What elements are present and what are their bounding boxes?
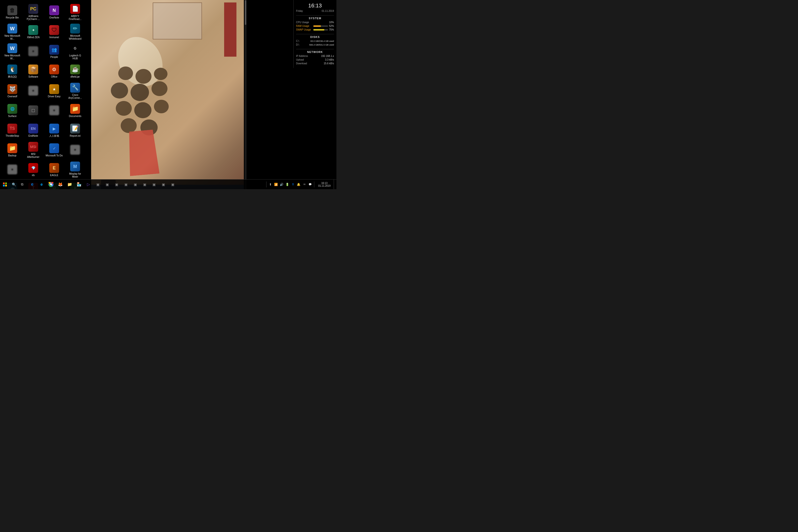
taskbar-app-edge[interactable]: e: [28, 180, 37, 189]
widget-network-section: NETWORK IP Address 192.168.1.x Upload 3.…: [293, 48, 337, 67]
icon-throttlestop[interactable]: TS ThrottleStop: [2, 121, 22, 140]
icon-blurry4[interactable]: ▪: [65, 140, 85, 160]
backup-icon: 📁: [7, 143, 17, 153]
taskbar-app-firefox[interactable]: 🦊: [56, 180, 65, 189]
tray-icon-notification[interactable]: 🔔: [296, 182, 301, 187]
icon-mixplay[interactable]: M Mixplay for Mixer: [65, 160, 85, 180]
wallpaper-scrollbar[interactable]: [245, 0, 247, 189]
icon-xmind-zen[interactable]: ✦ XMind ZEN: [23, 22, 43, 42]
icon-label-immunet: Immunet: [50, 36, 59, 39]
icon-irb[interactable]: 💎 irb: [23, 160, 43, 180]
icon-blurry5[interactable]: ▪: [2, 160, 22, 180]
icon-blurry3[interactable]: ▪: [44, 101, 64, 121]
icon-ms-todo[interactable]: ✓ Microsoft To Do: [44, 140, 64, 160]
icon-software[interactable]: 📦 Software: [23, 61, 43, 81]
icon-overwolf[interactable]: 🐺 Overwolf: [2, 81, 22, 101]
icon-qq[interactable]: 🐧 腾讯QQ: [2, 61, 22, 81]
taskbar-app-7[interactable]: ▣: [150, 180, 158, 189]
ms-todo-icon: ✓: [49, 143, 59, 153]
overwolf-icon: 🐺: [7, 84, 17, 94]
taskbar-app-5[interactable]: ▣: [131, 180, 140, 189]
taskbar-app-file-explorer[interactable]: 📁: [65, 180, 74, 189]
tray-icon-msg[interactable]: ✉: [302, 182, 307, 187]
icon-surface[interactable]: □: [23, 101, 43, 121]
taskbar-app-8[interactable]: ▣: [159, 180, 168, 189]
icon-renren-video[interactable]: ▶ 人人影视: [44, 121, 64, 140]
widget-ram-label[interactable]: RAM Usage: [296, 25, 309, 27]
widget-system-section: SYSTEM CPU Usage 10% RAM Usage 52% SWAP …: [293, 14, 337, 33]
widget-upload-label: Upload: [296, 58, 304, 61]
tray-icon-bluetooth[interactable]: B: [291, 182, 296, 187]
widget-c-drive-value: 83.0 GB/236.4 GB used: [310, 40, 334, 42]
widget-swap-label[interactable]: SWAP Usage: [296, 28, 311, 31]
taskbar-app-vs[interactable]: ▷: [84, 180, 93, 189]
icon-office[interactable]: ⚙ Office: [44, 61, 64, 81]
icon-driver-easy[interactable]: 🔧 Cisco AnyConne...: [65, 81, 85, 101]
icon-label-overwolf: Overwolf: [7, 95, 17, 98]
icon-label-recycle-bin: Recycle Bin: [6, 16, 19, 19]
jetbrains-icon: PC: [28, 4, 38, 14]
taskbar-app-6[interactable]: ▣: [140, 180, 149, 189]
icon-logitech[interactable]: G Logitech G HUB: [65, 42, 85, 61]
tray-icon-volume[interactable]: 🔊: [279, 182, 284, 187]
taskbar-app-9[interactable]: ▣: [168, 180, 177, 189]
icon-endnote[interactable]: EN EndNote: [23, 121, 43, 140]
taskbar-app-store[interactable]: 🏪: [75, 180, 83, 189]
show-desktop-button[interactable]: [334, 179, 335, 189]
icon-documents[interactable]: 📁 Documents: [65, 101, 85, 121]
icon-immunet[interactable]: 🛡 Immunet: [44, 22, 64, 42]
icon-blurry1[interactable]: ▪: [23, 42, 43, 61]
taskbar-apps: e e 🦊 📁 🏪 ▷ ▣ ▣ ▣ ▣ ▣ ▣ ▣ ▣: [26, 179, 264, 189]
icon-report[interactable]: 📝 Report.txt: [65, 121, 85, 140]
immunet-icon: 🛡: [49, 25, 59, 35]
icon-cisco[interactable]: 🌐 Surface: [2, 101, 22, 121]
taskbar-app-3[interactable]: ▣: [112, 180, 121, 189]
icon-abbyy[interactable]: 📄 ABBYY FineRead...: [65, 2, 85, 22]
tray-icon-1[interactable]: ⬆: [268, 182, 273, 187]
icon-eagle[interactable]: E EAGLE: [44, 160, 64, 180]
taskbar-app-2[interactable]: ▣: [103, 180, 112, 189]
icon-people[interactable]: 👥 People: [44, 42, 64, 61]
search-button[interactable]: 🔍: [10, 179, 18, 189]
icon-blurry2[interactable]: ▪: [23, 81, 43, 101]
blurry3-icon: ▪: [49, 106, 59, 115]
widget-cpu-value: 10%: [329, 21, 334, 24]
xmind-icon: ✦: [28, 25, 38, 35]
taskbar-app-chrome[interactable]: [46, 180, 55, 189]
task-view-button[interactable]: ⧉: [18, 180, 26, 189]
blurry4-icon: ▪: [70, 145, 80, 155]
taskbar-tray: ⬆ 📶 🔊 🔋 B 🔔 ✉ 💬 16:13 01.11.2019: [264, 179, 337, 189]
mixplay-icon: M: [70, 162, 80, 171]
task-view-icon: ⧉: [21, 182, 23, 187]
tray-icon-battery[interactable]: 🔋: [285, 182, 290, 187]
taskbar-clock[interactable]: 16:13 01.11.2019: [316, 179, 333, 189]
widget-swap-row: SWAP Usage 75%: [296, 28, 334, 31]
wallpaper: [91, 0, 244, 189]
taskbar: 🔍 ⧉ e e 🦊 📁 🏪 ▷ ▣ ▣: [0, 179, 337, 189]
icon-dfield[interactable]: ☕ dfield.jar: [65, 61, 85, 81]
taskbar-app-4[interactable]: ▣: [121, 180, 130, 189]
icon-label-ms-todo: Microsoft To Do: [45, 154, 62, 157]
icon-work-aca[interactable]: ★ Driver Easy: [44, 81, 64, 101]
tray-icon-network[interactable]: 📶: [274, 182, 279, 187]
art-top-box: [153, 2, 202, 39]
icon-onenote[interactable]: N OneNote: [44, 2, 64, 22]
icon-recycle-bin[interactable]: 🗑 Recycle Bin: [2, 2, 22, 22]
taskbar-app-1[interactable]: ▣: [93, 180, 102, 189]
taskbar-app-ie[interactable]: e: [37, 180, 46, 189]
icon-msi-afterburner[interactable]: MSI MSI Afterburner: [23, 140, 43, 160]
msi-afterburner-icon: MSI: [28, 142, 38, 152]
icon-label-ms-word: New Microsoft W...: [4, 35, 21, 40]
icon-ms-word-2[interactable]: W New Microsoft W...: [2, 42, 22, 61]
icon-label-onenote: OneNote: [49, 16, 59, 19]
start-button[interactable]: [0, 179, 10, 189]
office-icon: ⚙: [49, 64, 59, 74]
icon-ms-whiteboard[interactable]: ✏ Microsoft Whiteboard: [65, 22, 85, 42]
icon-new-ms-word[interactable]: W New Microsoft W...: [2, 22, 22, 42]
icon-jetbrains-pycharm[interactable]: PC JetBrains PyCharm ...: [23, 2, 43, 22]
widget-swap-fill: [313, 29, 324, 31]
widget-upload-row: Upload 3.3 kB/s: [296, 58, 334, 61]
icon-label-mixplay: Mixplay for Mixer: [66, 172, 84, 178]
tray-icon-action-center[interactable]: 💬: [308, 182, 312, 187]
icon-backup[interactable]: 📁 Backup: [2, 140, 22, 160]
